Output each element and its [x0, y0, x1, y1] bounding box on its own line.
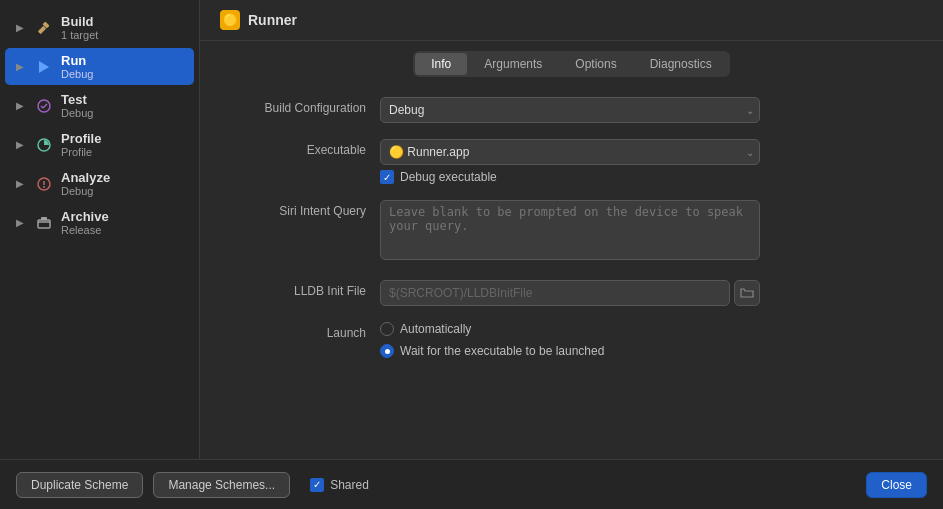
executable-select[interactable]: 🟡 Runner.app — [380, 139, 760, 165]
content-header: 🟡 Runner — [200, 0, 943, 41]
footer: Duplicate Scheme Manage Schemes... ✓ Sha… — [0, 459, 943, 509]
test-icon — [35, 97, 53, 115]
executable-row: Executable 🟡 Runner.app ⌄ ✓ Debug execut… — [230, 139, 913, 184]
tabs-bar: Info Arguments Options Diagnostics — [200, 41, 943, 77]
shared-checkbox[interactable]: ✓ — [310, 478, 324, 492]
tab-options[interactable]: Options — [559, 53, 632, 75]
chevron-analyze-icon: ▶ — [15, 179, 25, 189]
sidebar-analyze-label: Analyze — [61, 170, 110, 185]
sidebar-build-sub: 1 target — [61, 29, 98, 41]
shared-label: Shared — [330, 478, 369, 492]
chevron-test-icon: ▶ — [15, 101, 25, 111]
play-icon — [35, 58, 53, 76]
svg-line-5 — [43, 104, 47, 108]
tab-info[interactable]: Info — [415, 53, 467, 75]
radio-auto[interactable] — [380, 322, 394, 336]
chevron-profile-icon: ▶ — [15, 140, 25, 150]
debug-exe-checkbox[interactable]: ✓ — [380, 170, 394, 184]
lldb-label: LLDB Init File — [230, 280, 380, 298]
tab-diagnostics[interactable]: Diagnostics — [634, 53, 728, 75]
form-area: Build Configuration Debug Release ⌄ Exec… — [200, 77, 943, 459]
lldb-row: LLDB Init File — [230, 280, 913, 306]
sidebar: ▶ Build 1 target ▶ Run Debug — [0, 0, 200, 459]
launch-wait-row: Wait for the executable to be launched — [380, 344, 760, 358]
siri-intent-textarea[interactable] — [380, 200, 760, 260]
sidebar-run-label: Run — [61, 53, 93, 68]
radio-wait-label: Wait for the executable to be launched — [400, 344, 604, 358]
sidebar-test-label: Test — [61, 92, 93, 107]
manage-schemes-button[interactable]: Manage Schemes... — [153, 472, 290, 498]
sidebar-item-run[interactable]: ▶ Run Debug — [5, 48, 194, 85]
sidebar-test-sub: Debug — [61, 107, 93, 119]
debug-exe-row: ✓ Debug executable — [380, 170, 760, 184]
executable-select-wrapper: 🟡 Runner.app ⌄ — [380, 139, 760, 165]
folder-icon-button[interactable] — [734, 280, 760, 306]
sidebar-profile-sub: Profile — [61, 146, 101, 158]
chevron-archive-icon: ▶ — [15, 218, 25, 228]
radio-auto-label: Automatically — [400, 322, 471, 336]
build-config-label: Build Configuration — [230, 97, 380, 115]
sidebar-run-sub: Debug — [61, 68, 93, 80]
analyze-icon — [35, 175, 53, 193]
svg-rect-12 — [41, 217, 47, 220]
siri-intent-label: Siri Intent Query — [230, 200, 380, 218]
tab-arguments[interactable]: Arguments — [468, 53, 558, 75]
svg-rect-10 — [38, 220, 50, 228]
chevron-run-icon: ▶ — [15, 62, 25, 72]
runner-app-icon: 🟡 — [220, 10, 240, 30]
sidebar-item-build[interactable]: ▶ Build 1 target — [5, 9, 194, 46]
close-button[interactable]: Close — [866, 472, 927, 498]
svg-point-9 — [43, 186, 45, 188]
archive-icon — [35, 214, 53, 232]
profile-icon — [35, 136, 53, 154]
lldb-field-wrapper — [380, 280, 760, 306]
siri-intent-row: Siri Intent Query — [230, 200, 913, 264]
sidebar-archive-label: Archive — [61, 209, 109, 224]
sidebar-build-label: Build — [61, 14, 98, 29]
main-container: ▶ Build 1 target ▶ Run Debug — [0, 0, 943, 459]
sidebar-analyze-sub: Debug — [61, 185, 110, 197]
launch-auto-row: Automatically — [380, 322, 760, 336]
debug-exe-label: Debug executable — [400, 170, 497, 184]
sidebar-item-analyze[interactable]: ▶ Analyze Debug — [5, 165, 194, 202]
duplicate-scheme-button[interactable]: Duplicate Scheme — [16, 472, 143, 498]
content-title: Runner — [248, 12, 297, 28]
launch-label: Launch — [230, 322, 380, 340]
chevron-build-icon: ▶ — [15, 23, 25, 33]
radio-wait[interactable] — [380, 344, 394, 358]
launch-row: Launch Automatically Wait for the execut… — [230, 322, 913, 366]
tabs-container: Info Arguments Options Diagnostics — [413, 51, 729, 77]
svg-marker-2 — [39, 61, 49, 73]
sidebar-item-test[interactable]: ▶ Test Debug — [5, 87, 194, 124]
hammer-icon — [35, 19, 53, 37]
executable-label: Executable — [230, 139, 380, 157]
build-config-select[interactable]: Debug Release — [380, 97, 760, 123]
sidebar-profile-label: Profile — [61, 131, 101, 146]
shared-checkbox-row: ✓ Shared — [310, 478, 369, 492]
lldb-input[interactable] — [380, 280, 730, 306]
build-config-select-wrapper: Debug Release ⌄ — [380, 97, 760, 123]
content-area: 🟡 Runner Info Arguments Options Diagnost… — [200, 0, 943, 459]
sidebar-item-archive[interactable]: ▶ Archive Release — [5, 204, 194, 241]
svg-rect-0 — [38, 25, 46, 33]
sidebar-item-profile[interactable]: ▶ Profile Profile — [5, 126, 194, 163]
build-config-row: Build Configuration Debug Release ⌄ — [230, 97, 913, 123]
sidebar-archive-sub: Release — [61, 224, 109, 236]
